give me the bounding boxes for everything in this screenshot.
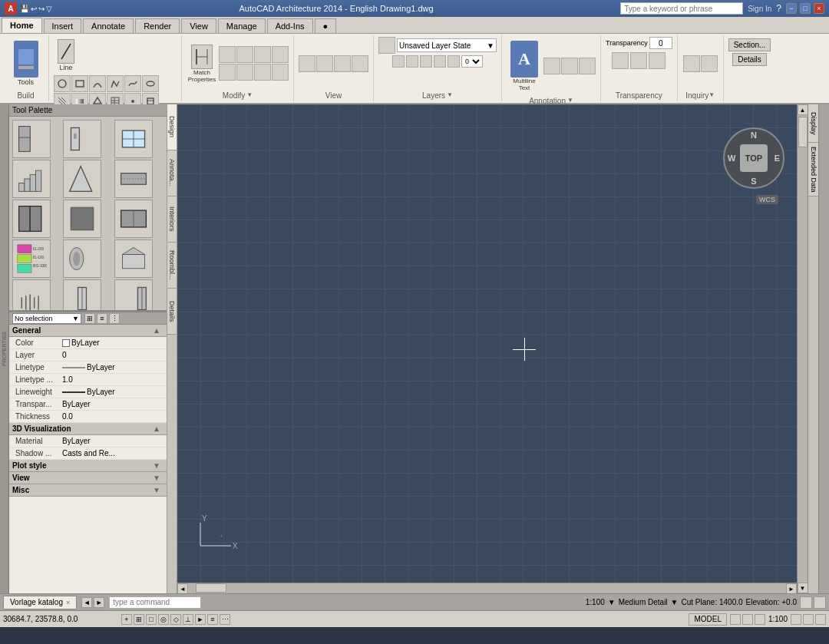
palette-item-wall1[interactable] [114, 160, 153, 198]
model-icon-1[interactable] [730, 614, 741, 625]
selection-dropdown[interactable]: No selection ▼ [12, 313, 81, 324]
more-icon-3[interactable] [815, 614, 826, 625]
view-section-header[interactable]: View ▼ [9, 472, 167, 484]
palette-item-door2[interactable] [63, 120, 101, 158]
line-button[interactable]: Line [54, 37, 78, 74]
inquiry-dropdown-arrow[interactable]: ▼ [708, 91, 715, 98]
compass-center-btn[interactable]: TOP [740, 144, 768, 172]
palette-item-stair1[interactable] [12, 160, 51, 198]
inquiry-icon-2[interactable] [701, 55, 718, 72]
palette-item-door1[interactable] [12, 120, 51, 158]
tab-design[interactable]: Design [167, 104, 177, 150]
tab-insert[interactable]: Insert [44, 18, 82, 33]
layer-select[interactable]: 0 [461, 55, 483, 68]
props-icon-3[interactable]: ⋮ [109, 313, 120, 324]
status-icon-polar[interactable]: ◎ [158, 614, 169, 625]
minimize-btn[interactable]: − [786, 3, 797, 14]
layers-dropdown-arrow[interactable]: ▼ [447, 91, 453, 98]
status-icon-grid[interactable]: ⊞ [134, 614, 144, 625]
props-icon-1[interactable]: ⊞ [84, 313, 95, 324]
scroll-thumb[interactable] [798, 117, 808, 147]
polyline-btn[interactable] [107, 75, 124, 92]
h-scroll-track[interactable] [188, 583, 786, 593]
tab-interiors[interactable]: Interiors [167, 197, 177, 243]
arc-btn[interactable] [89, 75, 106, 92]
tab-extra[interactable]: ● [315, 18, 337, 33]
extend-btn[interactable] [254, 64, 271, 81]
tab-vorlage[interactable]: Vorlage katalog × [3, 596, 77, 609]
mirror-btn[interactable] [272, 46, 289, 63]
orbit-btn[interactable] [334, 55, 351, 72]
tab-addins[interactable]: Add-Ins [267, 18, 313, 33]
transparency-input[interactable] [649, 37, 672, 49]
layer-icon-4[interactable] [434, 55, 446, 68]
close-btn[interactable]: × [814, 3, 824, 14]
dim-btn[interactable] [543, 58, 560, 74]
spline-btn[interactable] [124, 75, 141, 92]
leader-btn[interactable] [561, 58, 578, 74]
circle-btn[interactable] [54, 75, 71, 92]
details-button[interactable]: Details [732, 53, 767, 66]
palette-item-material2[interactable] [63, 239, 101, 278]
tab-details-panel[interactable]: Details [167, 289, 177, 335]
drawing-canvas[interactable]: N S E W TOP WCS Y X + ▲ [177, 104, 808, 593]
scale-btn[interactable] [219, 64, 236, 81]
palette-item-stair2[interactable] [63, 160, 101, 198]
model-icon-2[interactable] [742, 614, 753, 625]
status-icon-dynin[interactable]: ► [195, 614, 206, 625]
match-props-button[interactable]: MatchProperties [187, 42, 217, 85]
status-icon-lw[interactable]: ≡ [207, 614, 218, 625]
maximize-btn[interactable]: □ [800, 3, 811, 14]
scroll-up-btn[interactable]: ▲ [798, 104, 808, 115]
view3d-btn[interactable] [352, 55, 368, 72]
help-icon[interactable]: ? [776, 3, 781, 14]
model-icon-3[interactable] [755, 614, 765, 625]
tab-annota[interactable]: Annota... [167, 150, 177, 197]
props-icon-2[interactable]: ≡ [97, 313, 107, 324]
trim-btn[interactable] [236, 64, 253, 81]
tab-nav-right[interactable]: ► [94, 597, 104, 608]
tab-nav-left[interactable]: ◄ [81, 597, 92, 608]
plot-style-section-header[interactable]: Plot style ▼ [9, 460, 167, 472]
palette-item-door4[interactable] [63, 200, 101, 238]
palette-item-detail1[interactable] [12, 279, 51, 312]
transparency-icon-2[interactable] [630, 52, 647, 69]
view-icon-2[interactable] [814, 596, 826, 609]
more-icon-1[interactable] [791, 614, 801, 625]
tab-display[interactable]: Display [808, 104, 818, 143]
command-input[interactable] [109, 596, 201, 609]
view-icon-1[interactable] [800, 596, 812, 609]
layer-state-dropdown[interactable]: Unsaved Layer State ▼ [397, 38, 497, 52]
scroll-right-btn[interactable]: ► [786, 583, 797, 593]
ellipse-btn[interactable] [142, 75, 159, 92]
more-icon-2[interactable] [803, 614, 814, 625]
status-icon-otrack[interactable]: ⊥ [183, 614, 193, 625]
copy-btn[interactable] [236, 46, 253, 63]
status-icon-osnap[interactable]: ◇ [170, 614, 181, 625]
palette-item-door3[interactable] [12, 200, 51, 238]
palette-item-window1[interactable] [114, 120, 153, 158]
status-icon-ortho[interactable]: □ [146, 614, 157, 625]
modify-dropdown-arrow[interactable]: ▼ [246, 91, 253, 98]
erase-btn[interactable] [272, 64, 289, 81]
scale-dropdown-arrow[interactable]: ▼ [608, 598, 616, 606]
sign-in-btn[interactable]: Sign In [748, 5, 771, 13]
scroll-left-btn[interactable]: ◄ [177, 583, 188, 593]
search-input[interactable] [620, 2, 743, 15]
detail-dropdown-arrow[interactable]: ▼ [671, 598, 679, 606]
tab-close-vorlage[interactable]: × [66, 599, 70, 606]
layer-icon-2[interactable] [406, 55, 418, 68]
general-section-header[interactable]: General ▲ [9, 325, 167, 337]
layer-icon-1[interactable] [392, 55, 405, 68]
misc-section-header[interactable]: Misc ▼ [9, 484, 167, 497]
transparency-icon-3[interactable] [649, 52, 666, 69]
annotation-dropdown-arrow[interactable]: ▼ [567, 97, 573, 104]
palette-item-material3[interactable] [114, 239, 153, 278]
tab-home[interactable]: Home [2, 18, 42, 33]
rotate-btn[interactable] [254, 46, 271, 63]
tab-roombl[interactable]: Roombl... [167, 243, 177, 289]
tab-annotate[interactable]: Annotate [83, 18, 134, 33]
h-scroll-thumb[interactable] [196, 583, 226, 593]
scroll-down-btn[interactable]: ▼ [798, 583, 808, 593]
status-icon-snap[interactable]: + [121, 614, 132, 625]
